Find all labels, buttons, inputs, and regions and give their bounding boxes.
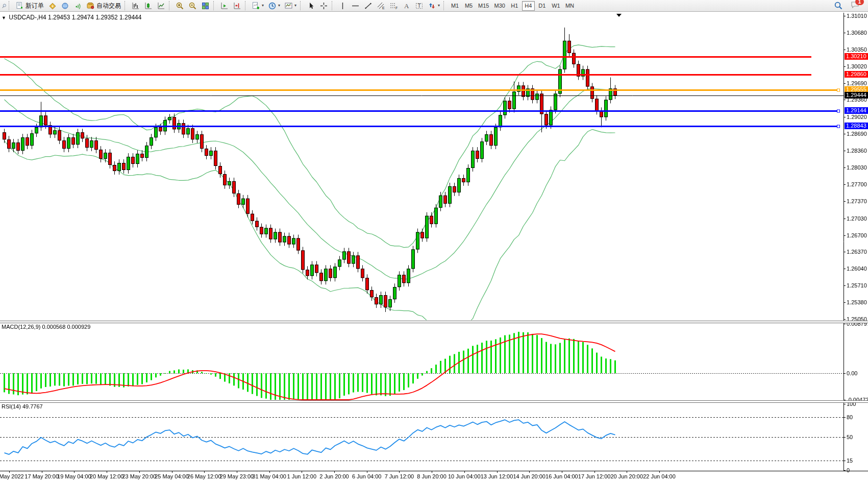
equidistant-channel-button[interactable]: E <box>375 1 387 11</box>
price-tick-label: 1.27030 <box>847 215 868 222</box>
new-order-button[interactable]: 新订单 <box>13 1 46 11</box>
text-button[interactable]: A <box>400 1 413 11</box>
price-tick-label: 1.25380 <box>847 299 868 305</box>
magnifier-icon <box>2 2 7 10</box>
new-order-label: 新订单 <box>26 2 44 10</box>
quotes-button[interactable] <box>46 1 59 11</box>
line-chart-button[interactable] <box>155 1 167 11</box>
price-tick-label: 1.30680 <box>847 30 868 36</box>
dropdown-caret: ▾ <box>278 1 280 11</box>
indicators-add-icon <box>252 2 260 10</box>
separator <box>300 1 303 10</box>
price-tick-label: 1.29020 <box>847 114 868 120</box>
panel-separator-rsi[interactable] <box>0 400 868 403</box>
candlestick-chart-icon <box>144 2 153 10</box>
price-level-tag: 1.29860 <box>845 71 868 78</box>
arrows-button[interactable]: ▾ <box>426 1 442 11</box>
bar-chart-button[interactable] <box>129 1 142 11</box>
time-axis-label: 22 Jun 04:00 <box>636 473 682 479</box>
zoom-out-button[interactable] <box>186 1 199 11</box>
price-tick-label: 1.27370 <box>847 198 868 204</box>
periods-button[interactable]: ▾ <box>266 1 282 11</box>
panel-separator-macd[interactable] <box>0 321 868 323</box>
chart-magnifier-icon[interactable] <box>1 1 7 11</box>
text-label-button[interactable]: T <box>413 1 426 11</box>
timeframe-m1[interactable]: M1 <box>449 1 461 11</box>
zoom-out-icon <box>188 2 197 10</box>
price-tick-label: 1.26700 <box>847 232 868 238</box>
separator <box>213 1 216 10</box>
rsi-axis-label: 15 <box>847 457 868 464</box>
crosshair-icon <box>319 2 328 10</box>
price-tick-label: 1.27700 <box>847 181 868 187</box>
price-tick-label: 1.31010 <box>847 13 868 19</box>
timeframe-w1[interactable]: W1 <box>550 1 562 11</box>
separator <box>245 1 248 10</box>
symbol-period-label: USDCAD-,H4 <box>9 14 46 21</box>
toolbar-right: 1 <box>832 1 867 11</box>
price-tick-label: 1.28030 <box>847 164 868 171</box>
zoom-in-button[interactable] <box>173 1 186 11</box>
chart-canvas[interactable] <box>0 0 868 482</box>
timeframe-mn[interactable]: MN <box>563 1 576 11</box>
auto-scroll-icon <box>220 2 229 10</box>
text-label-icon: T <box>415 2 424 10</box>
fibonacci-button[interactable]: F <box>387 1 400 11</box>
autotrading-button[interactable]: 自动交易 <box>84 1 123 11</box>
dropdown-caret: ▾ <box>262 1 264 11</box>
zoom-in-icon <box>176 2 184 10</box>
templates-button[interactable]: ▾ <box>282 1 299 11</box>
bar-chart-icon <box>131 2 140 10</box>
chat-button[interactable]: 1 <box>850 1 860 11</box>
chart-shift-button[interactable] <box>231 1 243 11</box>
timeframe-d1[interactable]: D1 <box>536 1 549 11</box>
horizontal-line-icon <box>351 2 360 10</box>
tile-windows-button[interactable] <box>199 1 212 11</box>
market-depth-button[interactable] <box>59 1 71 11</box>
dropdown-caret: ▾ <box>438 1 440 11</box>
chart-shift-icon <box>233 2 241 10</box>
separator <box>169 1 172 10</box>
price-level-tag: 1.29444 <box>845 92 868 99</box>
macd-label: MACD(12,26,9) 0.000568 0.000929 <box>2 324 90 330</box>
candlestick-chart-button[interactable] <box>142 1 155 11</box>
timeframe-h4[interactable]: H4 <box>522 1 535 11</box>
chart-dropdown-icon[interactable]: ▼ <box>2 15 6 20</box>
price-tick-label: 1.28360 <box>847 148 868 154</box>
separator <box>9 1 12 10</box>
timeframe-h1[interactable]: H1 <box>508 1 521 11</box>
signal-waves-icon <box>73 2 82 10</box>
vertical-line-icon <box>338 2 347 10</box>
vertical-line-button[interactable] <box>336 1 349 11</box>
signals-button[interactable] <box>71 1 84 11</box>
svg-text:T: T <box>418 3 421 9</box>
price-tick-label: 1.30020 <box>847 63 868 69</box>
trendline-button[interactable] <box>362 1 375 11</box>
arrows-icon <box>428 2 436 10</box>
cursor-button[interactable] <box>305 1 317 11</box>
new-order-icon <box>15 2 24 10</box>
svg-text:A: A <box>404 2 409 10</box>
price-level-tag: 1.30210 <box>845 53 868 60</box>
timeframe-m5[interactable]: M5 <box>462 1 475 11</box>
svg-text:E: E <box>382 6 385 10</box>
price-tick-label: 1.25710 <box>847 282 868 288</box>
search-button[interactable] <box>832 1 845 11</box>
price-tick-label: 1.28690 <box>847 131 868 137</box>
trendline-icon <box>364 2 373 10</box>
line-chart-icon <box>157 2 165 10</box>
timeframe-m30[interactable]: M30 <box>492 1 507 11</box>
gold-tag-icon <box>48 2 57 10</box>
rsi-axis-label: 80 <box>847 414 868 420</box>
separator <box>332 1 335 10</box>
indicators-button[interactable]: ▾ <box>250 1 266 11</box>
timeframe-m15[interactable]: M15 <box>476 1 491 11</box>
rsi-axis-label: 50 <box>847 434 868 440</box>
auto-scroll-button[interactable] <box>218 1 231 11</box>
mt4-window: 新订单 自动交易 <box>0 0 868 482</box>
horizontal-line-button[interactable] <box>349 1 362 11</box>
crosshair-button[interactable] <box>317 1 330 11</box>
price-tick-label: 1.30350 <box>847 46 868 53</box>
clock-icon <box>268 2 277 10</box>
blue-globe-icon <box>61 2 69 10</box>
